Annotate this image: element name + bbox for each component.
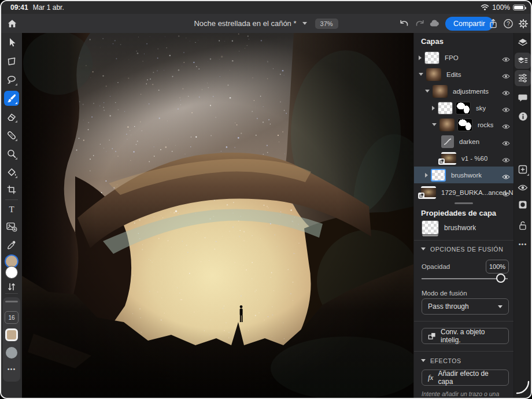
add-layer-effect-button[interactable]: fx Añadir efecto de capa	[422, 370, 509, 386]
layers-panel: Capas FPO Edits adjustments sky	[413, 33, 513, 398]
visibility-toggle[interactable]	[502, 105, 510, 115]
lasso-select-tool[interactable]	[4, 72, 19, 87]
visibility-toggle[interactable]	[502, 138, 510, 149]
collapse-icon[interactable]	[425, 90, 430, 93]
ellipsis-icon: •••	[519, 241, 527, 247]
adjustments-panel-button[interactable]	[515, 70, 531, 86]
document-title[interactable]: Noche estrellada en el cañón *	[194, 19, 296, 28]
expand-icon[interactable]	[432, 106, 435, 110]
layers-icon	[517, 37, 529, 49]
transform-icon	[6, 56, 17, 67]
more-layer-options-button[interactable]: •••	[515, 236, 531, 252]
visibility-toggle[interactable]	[502, 71, 510, 82]
lock-layer-button[interactable]	[515, 217, 531, 234]
place-image-tool[interactable]	[4, 219, 19, 234]
collapse-icon[interactable]	[432, 123, 437, 126]
layer-row-rocks[interactable]: rocks	[414, 116, 514, 133]
smart-object-badge	[418, 193, 424, 199]
ipad-status-bar: 09:41 Mar 1 abr. 100%	[1, 1, 531, 14]
expand-icon[interactable]	[419, 56, 422, 60]
opacity-slider-knob[interactable]	[496, 274, 505, 283]
layer-row-v1[interactable]: v1 - %60	[414, 150, 514, 167]
visibility-toggle[interactable]	[502, 155, 510, 165]
help-button[interactable]: ?	[501, 16, 516, 31]
undo-button[interactable]	[397, 16, 412, 31]
blend-options-header[interactable]: OPCIONES DE FUSIÓN	[430, 246, 503, 253]
document-canvas[interactable]	[22, 33, 413, 398]
move-tool[interactable]	[4, 35, 19, 50]
layer-properties-icon	[517, 55, 529, 66]
layer-properties-title: Propiedades de capa	[421, 209, 496, 217]
eye-icon	[518, 184, 528, 191]
layer-visibility-button[interactable]	[515, 179, 531, 195]
collapse-icon[interactable]	[419, 73, 423, 76]
visibility-toggle[interactable]	[502, 54, 510, 65]
swap-colors-button[interactable]	[4, 279, 19, 294]
subtool-indicator	[527, 173, 529, 176]
chevron-down-icon[interactable]	[421, 247, 426, 250]
layer-row-brushwork[interactable]: brushwork	[414, 167, 514, 183]
info-button[interactable]	[515, 108, 531, 124]
export-button[interactable]	[486, 16, 501, 31]
foreground-color-swatch[interactable]	[6, 256, 17, 267]
visibility-toggle[interactable]	[502, 172, 510, 182]
smart-object-thumbnail	[441, 152, 456, 165]
crop-tool[interactable]	[4, 182, 19, 197]
blend-mode-select[interactable]: Pass through	[422, 298, 509, 315]
sliders-icon	[517, 72, 529, 84]
zoom-level-badge[interactable]: 37%	[315, 19, 338, 29]
brush-color-swatch[interactable]	[5, 328, 18, 341]
tool-options-panel: 16 •••	[3, 297, 20, 382]
transform-tool[interactable]	[4, 54, 19, 69]
svg-text:?: ?	[507, 21, 510, 27]
comments-button[interactable]	[515, 90, 531, 106]
cloud-sync-button[interactable]	[427, 16, 442, 31]
more-options-button[interactable]: •••	[3, 365, 20, 372]
retouch-tool[interactable]	[4, 146, 19, 161]
layer-row-1729[interactable]: 1729_BURKA...anced-NR33	[414, 184, 514, 201]
brush-size-value[interactable]: 16	[5, 311, 19, 324]
subtool-indicator	[15, 176, 17, 178]
fill-tool[interactable]	[4, 165, 19, 180]
layer-row-adjustments[interactable]: adjustments	[414, 83, 514, 99]
layer-properties-panel-button[interactable]	[515, 53, 531, 69]
layers-flat-view-button[interactable]	[515, 35, 531, 51]
healing-tool[interactable]	[4, 128, 19, 143]
redo-button[interactable]	[412, 16, 427, 31]
effects-header[interactable]: EFECTOS	[430, 357, 461, 364]
brush-opacity-control[interactable]	[6, 347, 17, 359]
opacity-slider[interactable]	[422, 278, 508, 279]
brush-tool[interactable]	[4, 91, 19, 106]
eyedropper-tool[interactable]	[4, 238, 19, 253]
add-layer-button[interactable]	[515, 161, 531, 178]
opacity-label: Opacidad	[422, 263, 450, 270]
layer-row-darken[interactable]: darken	[414, 133, 514, 150]
type-tool[interactable]: T	[4, 202, 19, 217]
layer-name: Edits	[446, 71, 461, 78]
panel-drag-handle[interactable]	[5, 301, 18, 302]
layer-thumbnail-selected	[431, 169, 446, 182]
add-mask-button[interactable]	[515, 197, 531, 213]
convert-button-label: Conv. a objeto intelig.	[441, 328, 503, 344]
convert-smart-object-button[interactable]: Conv. a objeto intelig.	[422, 328, 509, 344]
app-toolbar: Noche estrellada en el cañón * 37% Compa…	[1, 14, 531, 33]
visibility-toggle[interactable]	[502, 121, 510, 132]
chevron-down-icon[interactable]	[421, 359, 426, 362]
eraser-tool[interactable]	[4, 109, 19, 124]
expand-icon[interactable]	[425, 173, 428, 178]
settings-button[interactable]	[516, 16, 531, 31]
selected-layer-name: brushwork	[444, 224, 476, 232]
opacity-value[interactable]: 100%	[486, 260, 509, 274]
chevron-down-icon	[302, 22, 307, 25]
visibility-toggle[interactable]	[502, 88, 510, 98]
layer-row-edits[interactable]: Edits	[414, 66, 514, 83]
background-color-swatch[interactable]	[6, 267, 17, 278]
layer-row-sky[interactable]: sky	[414, 99, 514, 116]
layer-mask-thumbnail	[457, 119, 472, 131]
panel-resize-handle[interactable]	[455, 202, 473, 204]
layer-name: FPO	[445, 54, 459, 61]
visibility-toggle[interactable]	[502, 189, 510, 200]
taskbar: •••	[513, 33, 531, 398]
divider	[414, 321, 514, 322]
layer-row-fpo[interactable]: FPO	[414, 49, 514, 66]
